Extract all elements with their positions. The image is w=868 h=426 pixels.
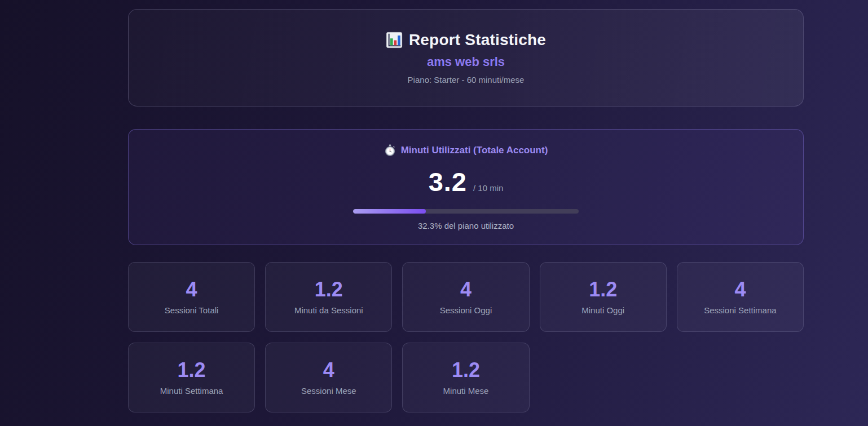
- stat-label: Minuti Settimana: [160, 387, 223, 395]
- stat-card-sessioni-totali: 4 Sessioni Totali: [128, 262, 255, 332]
- usage-title-text: Minuti Utilizzati (Totale Account): [401, 145, 548, 155]
- report-page: Report Statistiche ams web srls Piano: S…: [0, 0, 868, 426]
- account-name: ams web srls: [427, 56, 505, 68]
- stat-value: 4: [323, 360, 334, 380]
- usage-value-row: 3.2 / 10 min: [429, 168, 504, 195]
- progress-fill: [353, 209, 426, 214]
- header-card: Report Statistiche ams web srls Piano: S…: [128, 9, 804, 106]
- stat-card-minuti-settimana: 1.2 Minuti Settimana: [128, 343, 255, 412]
- stat-label: Sessioni Totali: [165, 306, 219, 314]
- usage-title: Minuti Utilizzati (Totale Account): [384, 144, 548, 156]
- report-content: Report Statistiche ams web srls Piano: S…: [128, 9, 804, 412]
- stat-value: 1.2: [589, 279, 617, 300]
- stats-grid: 4 Sessioni Totali 1.2 Minuti da Sessioni…: [128, 262, 804, 412]
- stat-value: 1.2: [452, 360, 480, 380]
- stat-card-sessioni-mese: 4 Sessioni Mese: [265, 343, 392, 412]
- stat-value: 1.2: [315, 279, 343, 300]
- stat-value: 1.2: [178, 360, 206, 380]
- usage-card: Minuti Utilizzati (Totale Account) 3.2 /…: [128, 129, 804, 245]
- stat-value: 4: [460, 279, 472, 300]
- stat-label: Sessioni Settimana: [704, 306, 776, 314]
- stat-card-minuti-mese: 1.2 Minuti Mese: [402, 343, 529, 412]
- stat-card-sessioni-oggi: 4 Sessioni Oggi: [402, 262, 529, 332]
- page-title: Report Statistiche: [386, 32, 546, 48]
- bar-chart-icon: [386, 32, 403, 48]
- stat-label: Sessioni Oggi: [440, 306, 492, 314]
- stat-value: 4: [734, 279, 746, 300]
- page-title-text: Report Statistiche: [409, 32, 546, 48]
- stat-label: Sessioni Mese: [301, 387, 356, 395]
- usage-limit-label: / 10 min: [473, 183, 503, 193]
- stopwatch-icon: [384, 144, 396, 156]
- plan-info: Piano: Starter - 60 minuti/mese: [408, 76, 525, 84]
- usage-value: 3.2: [429, 168, 467, 195]
- stat-card-minuti-oggi: 1.2 Minuti Oggi: [540, 262, 667, 332]
- stat-label: Minuti Oggi: [581, 306, 624, 314]
- usage-percent-label: 32.3% del piano utilizzato: [418, 221, 514, 230]
- stat-label: Minuti da Sessioni: [294, 306, 363, 314]
- progress-bar: [353, 209, 579, 214]
- stat-card-minuti-da-sessioni: 1.2 Minuti da Sessioni: [265, 262, 392, 332]
- stat-value: 4: [186, 279, 197, 300]
- stat-card-sessioni-settimana: 4 Sessioni Settimana: [677, 262, 804, 332]
- stat-label: Minuti Mese: [443, 387, 489, 395]
